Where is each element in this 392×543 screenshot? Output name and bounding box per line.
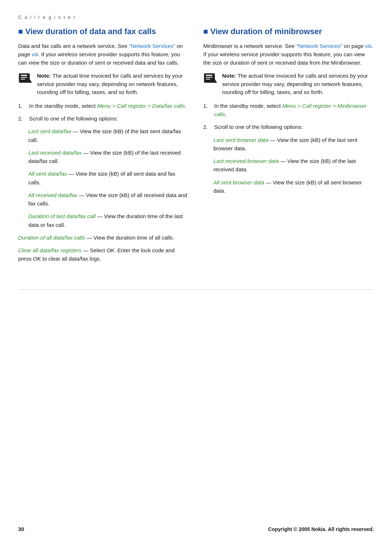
left-note-box: Note: The actual time invoiced for calls… — [18, 72, 189, 97]
left-step-2: 2. Scroll to one of the following option… — [18, 114, 189, 123]
right-step-2: 2. Scroll to one of the following option… — [203, 123, 374, 131]
right-opt-all-sent: All sent browser data — View the size (k… — [213, 178, 374, 195]
right-column: View duration of minibrowser Minibrowser… — [203, 26, 374, 268]
right-options-list: Last sent browser data — View the size (… — [203, 136, 374, 195]
left-opt-clear-all: Clear all data/fax registers — Select OK… — [18, 246, 189, 263]
chapter-header: C a l l r e g i s t e r — [18, 15, 374, 20]
menu-datafax-link[interactable]: Menu > Call register > Data/fax calls — [97, 103, 185, 109]
svg-rect-5 — [204, 73, 215, 83]
left-opt-last-sent: Last sent data/fax — View the size (kB) … — [28, 127, 189, 144]
page-footer: 30 Copyright © 2005 Nokia. All rights re… — [0, 526, 392, 532]
right-note-box: Note: The actual time invoiced for calls… — [203, 72, 374, 97]
left-note-text: Note: The actual time invoiced for calls… — [37, 72, 189, 97]
right-step-1: 1. In the standby mode, select Menu > Ca… — [203, 102, 374, 119]
right-intro: Minibrowser is a network service. See "N… — [203, 42, 374, 67]
left-opt-duration-last: Duration of last data/fax call — View th… — [28, 212, 189, 229]
left-opt-all-sent: All sent data/fax — View the size (kB) o… — [28, 170, 189, 187]
copyright-text: Copyright © 2005 Nokia. All rights reser… — [268, 526, 374, 532]
svg-rect-8 — [206, 79, 210, 79]
right-opt-last-sent: Last sent browser data — View the size (… — [213, 136, 374, 153]
page-number: 30 — [18, 526, 24, 532]
svg-rect-3 — [21, 79, 25, 79]
svg-rect-6 — [206, 75, 212, 76]
svg-rect-0 — [19, 73, 30, 83]
left-step-1: 1. In the standby mode, select Menu > Ca… — [18, 102, 189, 110]
network-services-link-left[interactable]: "Network Services" — [129, 43, 175, 49]
svg-rect-1 — [21, 75, 27, 76]
two-column-layout: View duration of data and fax calls Data… — [18, 26, 374, 268]
network-services-link-right[interactable]: "Network Services" — [296, 43, 342, 49]
svg-rect-7 — [206, 77, 212, 78]
page-content: C a l l r e g i s t e r View duration of… — [0, 0, 392, 289]
left-intro: Data and fax calls are a network service… — [18, 42, 189, 67]
left-column: View duration of data and fax calls Data… — [18, 26, 189, 268]
page-viii-link-right[interactable]: viii — [365, 43, 372, 49]
left-opt-all-received: All received data/fax — View the size (k… — [28, 191, 189, 208]
right-opt-last-received: Last received browser data — View the si… — [213, 157, 374, 174]
svg-rect-2 — [21, 77, 27, 78]
left-opt-last-received: Last received data/fax — View the size (… — [28, 148, 189, 166]
right-note-text: Note: The actual time invoiced for calls… — [222, 72, 374, 97]
note-icon-right — [203, 73, 218, 86]
note-icon-left — [18, 73, 33, 86]
left-opt-duration-all: Duration of all data/fax calls — View th… — [18, 233, 189, 242]
left-extra-options: Duration of all data/fax calls — View th… — [18, 233, 189, 263]
left-options-list: Last sent data/fax — View the size (kB) … — [18, 127, 189, 229]
right-section-title: View duration of minibrowser — [203, 26, 374, 37]
left-section-title: View duration of data and fax calls — [18, 26, 189, 37]
footer-divider — [18, 289, 374, 290]
menu-minibrowser-link[interactable]: Menu > Call register > Minibrowser calls — [214, 103, 367, 117]
page-viii-link-left[interactable]: viii — [32, 51, 38, 57]
